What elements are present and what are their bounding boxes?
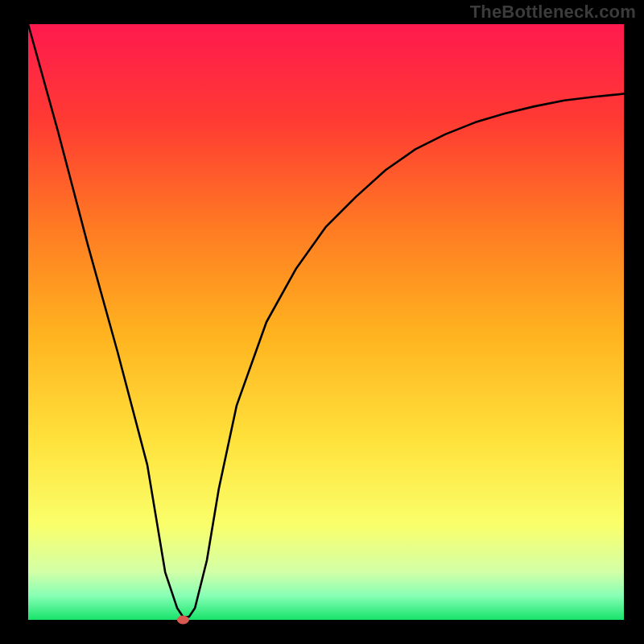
plot-area: [0, 0, 644, 644]
minimum-marker: [177, 616, 188, 624]
chart-svg: [0, 0, 644, 644]
gradient-panel: [28, 24, 624, 620]
chart-frame: TheBottleneck.com: [0, 0, 644, 644]
watermark-text: TheBottleneck.com: [470, 2, 636, 23]
